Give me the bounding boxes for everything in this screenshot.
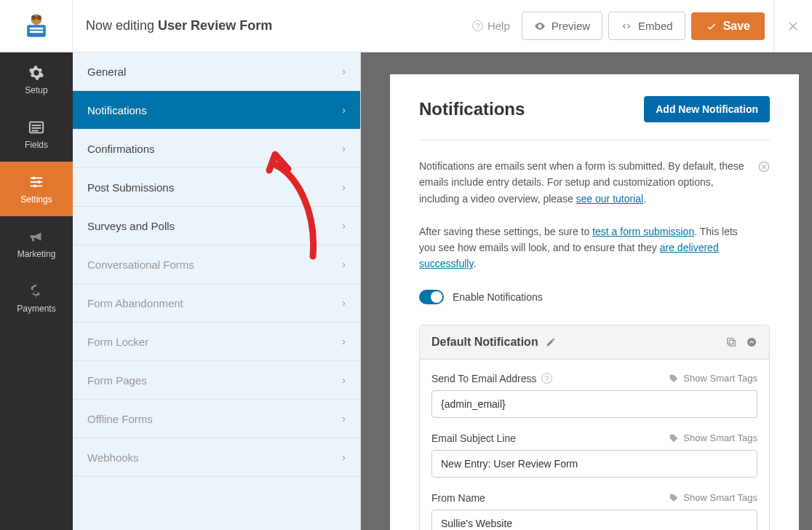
settings-item-form-abandonment[interactable]: Form Abandonment› xyxy=(73,284,360,323)
list-icon xyxy=(28,119,44,135)
show-smart-tags-link[interactable]: Show Smart Tags xyxy=(669,492,757,503)
nav-payments[interactable]: Payments xyxy=(0,271,73,325)
notification-card: Default Notification Send To Email Addre… xyxy=(419,325,770,530)
svg-point-19 xyxy=(747,338,756,347)
enable-notifications-toggle[interactable] xyxy=(419,290,444,304)
settings-item-label: Conversational Forms xyxy=(87,258,194,271)
settings-item-label: Surveys and Polls xyxy=(87,220,175,232)
gear-icon xyxy=(28,65,44,81)
help-icon: ? xyxy=(472,20,483,31)
svg-rect-17 xyxy=(729,340,735,346)
chevron-right-icon: › xyxy=(342,220,346,232)
field-label: From Name xyxy=(431,492,485,504)
close-icon xyxy=(786,19,800,33)
svg-point-2 xyxy=(36,15,41,19)
topbar: Now editing User Review Form ? Help Prev… xyxy=(0,0,812,52)
settings-item-label: Form Abandonment xyxy=(87,297,183,309)
help-icon[interactable]: ? xyxy=(541,373,552,384)
dismiss-intro-button[interactable] xyxy=(758,158,770,179)
nav-rail: Setup Fields Settings Marketing Payments xyxy=(0,52,73,530)
svg-rect-18 xyxy=(728,338,733,344)
save-button[interactable]: Save xyxy=(691,12,765,40)
settings-item-notifications[interactable]: Notifications› xyxy=(73,91,360,130)
field-email-subject-line: Email Subject LineShow Smart Tags xyxy=(431,432,757,478)
field-input[interactable] xyxy=(431,390,757,418)
settings-item-label: Webhooks xyxy=(87,451,139,464)
settings-item-form-pages[interactable]: Form Pages› xyxy=(73,361,360,400)
settings-item-label: Form Locker xyxy=(87,336,148,348)
chevron-up-circle-icon[interactable] xyxy=(746,336,757,348)
svg-rect-7 xyxy=(32,124,41,126)
field-input[interactable] xyxy=(431,450,757,478)
field-label: Send To Email Address? xyxy=(431,373,552,384)
chevron-right-icon: › xyxy=(342,297,346,309)
chevron-right-icon: › xyxy=(342,104,346,116)
settings-item-conversational-forms[interactable]: Conversational Forms› xyxy=(73,245,360,284)
settings-item-label: Notifications xyxy=(87,104,147,116)
show-smart-tags-link[interactable]: Show Smart Tags xyxy=(669,373,757,384)
settings-item-label: Offline Forms xyxy=(87,413,153,425)
svg-point-13 xyxy=(32,176,35,179)
show-smart-tags-link[interactable]: Show Smart Tags xyxy=(669,432,757,443)
settings-item-form-locker[interactable]: Form Locker› xyxy=(73,323,360,361)
intro-text: Notifications are emails sent when a for… xyxy=(419,158,770,272)
nav-fields[interactable]: Fields xyxy=(0,107,73,162)
close-button[interactable] xyxy=(773,0,812,52)
preview-button[interactable]: Preview xyxy=(522,12,602,40)
dollar-icon xyxy=(28,283,44,299)
intro-test-link[interactable]: test a form submission xyxy=(592,226,694,237)
bullhorn-icon xyxy=(28,229,44,245)
topbar-actions: ? Help Preview Embed Save xyxy=(466,12,773,40)
settings-item-label: General xyxy=(87,66,126,78)
nav-settings[interactable]: Settings xyxy=(0,162,73,216)
settings-panel: Notifications Add New Notification Notif… xyxy=(390,74,799,530)
logo-cell xyxy=(0,0,73,52)
nav-setup[interactable]: Setup xyxy=(0,52,73,107)
settings-item-confirmations[interactable]: Confirmations› xyxy=(73,130,360,168)
content-scroll[interactable]: Notifications Add New Notification Notif… xyxy=(361,52,812,530)
settings-item-webhooks[interactable]: Webhooks› xyxy=(73,438,360,477)
svg-point-15 xyxy=(33,184,36,187)
wpforms-logo-icon xyxy=(20,10,52,42)
chevron-right-icon: › xyxy=(342,374,346,386)
chevron-right-icon: › xyxy=(342,451,346,463)
pencil-icon[interactable] xyxy=(546,337,556,347)
field-label: Email Subject Line xyxy=(431,432,516,444)
tag-icon xyxy=(669,373,679,384)
svg-rect-10 xyxy=(31,177,43,178)
eye-icon xyxy=(534,20,546,32)
field-input[interactable] xyxy=(431,510,757,530)
svg-rect-5 xyxy=(29,31,42,33)
settings-item-post-submissions[interactable]: Post Submissions› xyxy=(73,168,360,207)
embed-button[interactable]: Embed xyxy=(608,12,685,40)
field-send-to-email-address: Send To Email Address?Show Smart Tags xyxy=(431,373,757,418)
chevron-right-icon: › xyxy=(342,143,346,154)
intro-tutorial-link[interactable]: see our tutorial xyxy=(576,193,644,205)
editing-label: Now editing User Review Form xyxy=(73,18,466,33)
chevron-right-icon: › xyxy=(342,336,346,347)
embed-icon xyxy=(621,20,632,32)
settings-item-surveys-and-polls[interactable]: Surveys and Polls› xyxy=(73,207,360,245)
add-notification-button[interactable]: Add New Notification xyxy=(644,96,770,122)
svg-rect-4 xyxy=(29,27,42,29)
svg-rect-3 xyxy=(27,25,46,37)
svg-rect-11 xyxy=(31,181,43,183)
notification-body: Send To Email Address?Show Smart TagsEma… xyxy=(420,360,769,530)
settings-item-offline-forms[interactable]: Offline Forms› xyxy=(73,400,360,438)
settings-item-general[interactable]: General› xyxy=(73,52,360,91)
nav-marketing[interactable]: Marketing xyxy=(0,216,73,271)
notification-title: Default Notification xyxy=(431,336,538,349)
help-link[interactable]: ? Help xyxy=(466,14,516,38)
svg-rect-8 xyxy=(32,127,41,129)
sliders-icon xyxy=(28,174,44,190)
settings-item-label: Form Pages xyxy=(87,374,147,387)
svg-point-14 xyxy=(38,180,41,183)
chevron-right-icon: › xyxy=(342,413,346,424)
close-circle-icon xyxy=(758,161,770,173)
chevron-right-icon: › xyxy=(342,258,346,270)
tag-icon xyxy=(669,493,679,503)
copy-icon[interactable] xyxy=(725,336,737,348)
settings-list: General›Notifications›Confirmations›Post… xyxy=(73,52,361,530)
field-from-name: From NameShow Smart Tags xyxy=(431,492,757,530)
chevron-right-icon: › xyxy=(342,181,346,193)
